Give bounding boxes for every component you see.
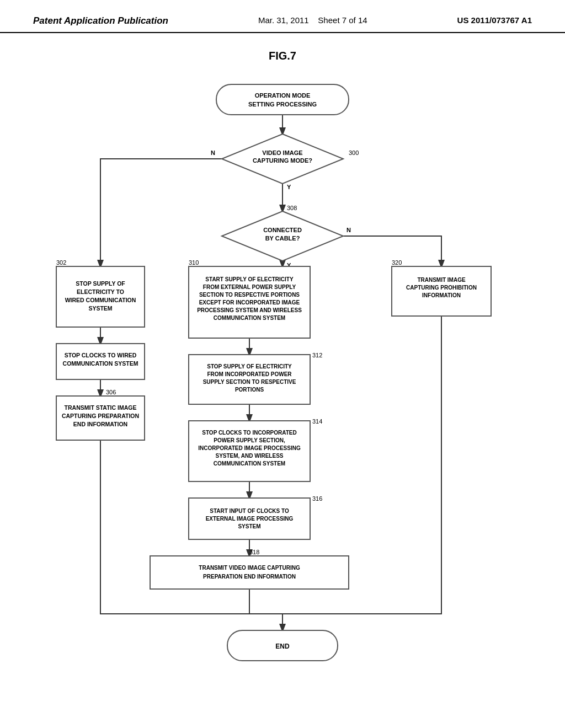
svg-text:OPERATION MODE: OPERATION MODE (255, 92, 311, 99)
svg-text:Y: Y (287, 184, 291, 190)
svg-text:TRANSMIT STATIC IMAGE: TRANSMIT STATIC IMAGE (65, 404, 137, 411)
main-content: FIG.7 (0, 33, 565, 702)
svg-text:N: N (211, 149, 215, 156)
svg-text:INFORMATION: INFORMATION (422, 292, 461, 298)
svg-text:CONNECTED: CONNECTED (263, 227, 302, 233)
svg-text:312: 312 (312, 352, 322, 358)
svg-text:308: 308 (287, 205, 297, 211)
svg-rect-60 (189, 498, 310, 539)
svg-text:STOP CLOCKS TO WIRED: STOP CLOCKS TO WIRED (65, 352, 137, 358)
svg-text:CAPTURING PREPARATION: CAPTURING PREPARATION (62, 413, 139, 419)
svg-rect-53 (189, 421, 310, 481)
patent-number-label: US 2011/073767 A1 (457, 15, 532, 25)
svg-rect-34 (56, 396, 145, 440)
svg-text:EXTERNAL IMAGE PROCESSING: EXTERNAL IMAGE PROCESSING (206, 516, 294, 522)
svg-text:PORTIONS: PORTIONS (235, 387, 264, 393)
svg-rect-31 (56, 344, 145, 379)
flowchart-svg: OPERATION MODE SETTING PROCESSING VIDEO … (40, 79, 525, 686)
svg-text:CAPTURING MODE?: CAPTURING MODE? (253, 157, 312, 164)
svg-text:CAPTURING PROHIBITION: CAPTURING PROHIBITION (406, 285, 477, 291)
svg-text:END: END (275, 643, 290, 650)
svg-text:START SUPPLY OF ELECTRICITY: START SUPPLY OF ELECTRICITY (205, 276, 294, 282)
svg-text:FROM INCORPORATED POWER: FROM INCORPORATED POWER (207, 371, 292, 377)
svg-marker-19 (222, 211, 343, 261)
svg-text:VIDEO IMAGE: VIDEO IMAGE (262, 149, 302, 156)
svg-text:314: 314 (312, 418, 322, 425)
svg-rect-74 (227, 630, 338, 661)
svg-text:FROM EXTERNAL POWER SUPPLY: FROM EXTERNAL POWER SUPPLY (203, 284, 296, 290)
flowchart-diagram: OPERATION MODE SETTING PROCESSING VIDEO … (40, 79, 525, 686)
svg-text:COMMUNICATION SYSTEM: COMMUNICATION SYSTEM (214, 315, 285, 321)
svg-text:POWER SUPPLY SECTION,: POWER SUPPLY SECTION, (214, 437, 285, 443)
date-sheet-label: Mar. 31, 2011 Sheet 7 of 14 (258, 15, 367, 25)
svg-text:WIRED COMMUNICATION: WIRED COMMUNICATION (65, 297, 136, 303)
svg-text:SYSTEM, AND WIRELESS: SYSTEM, AND WIRELESS (216, 453, 284, 459)
svg-text:EXCEPT FOR INCORPORATED IMAGE: EXCEPT FOR INCORPORATED IMAGE (199, 299, 300, 306)
svg-marker-13 (222, 134, 343, 184)
svg-text:COMMUNICATION SYSTEM: COMMUNICATION SYSTEM (214, 461, 285, 467)
svg-text:306: 306 (106, 389, 116, 395)
svg-text:TRANSMIT VIDEO IMAGE CAPTURING: TRANSMIT VIDEO IMAGE CAPTURING (199, 565, 300, 571)
svg-rect-10 (216, 84, 349, 115)
svg-text:TRANSMIT IMAGE: TRANSMIT IMAGE (417, 277, 466, 283)
svg-rect-39 (189, 266, 310, 338)
svg-text:START INPUT OF CLOCKS TO: START INPUT OF CLOCKS TO (210, 508, 289, 514)
svg-text:302: 302 (56, 259, 66, 266)
svg-text:320: 320 (392, 259, 402, 266)
figure-title: FIG.7 (22, 50, 543, 62)
svg-rect-25 (56, 266, 145, 327)
svg-rect-65 (150, 556, 349, 589)
svg-rect-69 (392, 266, 491, 316)
svg-text:PREPARATION END INFORMATION: PREPARATION END INFORMATION (203, 574, 296, 580)
publication-label: Patent Application Publication (33, 15, 168, 26)
svg-text:STOP SUPPLY OF: STOP SUPPLY OF (76, 280, 125, 287)
svg-text:Y: Y (287, 262, 291, 269)
page-header: Patent Application Publication Mar. 31, … (0, 0, 565, 33)
svg-text:BY CABLE?: BY CABLE? (265, 235, 300, 242)
svg-text:ELECTRICITY TO: ELECTRICITY TO (77, 288, 124, 295)
svg-text:SYSTEM: SYSTEM (88, 305, 112, 312)
svg-text:STOP SUPPLY OF ELECTRICITY: STOP SUPPLY OF ELECTRICITY (207, 363, 292, 370)
svg-text:COMMUNICATION SYSTEM: COMMUNICATION SYSTEM (63, 360, 138, 367)
svg-text:SECTION TO RESPECTIVE PORTIONS: SECTION TO RESPECTIVE PORTIONS (199, 292, 300, 298)
svg-text:N: N (347, 227, 351, 233)
svg-text:SYSTEM: SYSTEM (238, 523, 260, 529)
svg-text:INCORPORATED IMAGE PROCESSING: INCORPORATED IMAGE PROCESSING (198, 445, 301, 451)
svg-text:316: 316 (312, 495, 322, 502)
svg-text:STOP CLOCKS TO INCORPORATED: STOP CLOCKS TO INCORPORATED (202, 430, 297, 436)
svg-text:300: 300 (349, 149, 359, 156)
svg-text:PROCESSING SYSTEM AND WIRELESS: PROCESSING SYSTEM AND WIRELESS (197, 307, 302, 313)
svg-text:END INFORMATION: END INFORMATION (73, 421, 127, 427)
svg-text:SUPPLY SECTION TO RESPECTIVE: SUPPLY SECTION TO RESPECTIVE (203, 379, 296, 385)
svg-text:310: 310 (189, 259, 199, 266)
svg-text:SETTING PROCESSING: SETTING PROCESSING (248, 101, 317, 108)
svg-rect-47 (189, 355, 310, 404)
svg-text:318: 318 (249, 549, 259, 555)
